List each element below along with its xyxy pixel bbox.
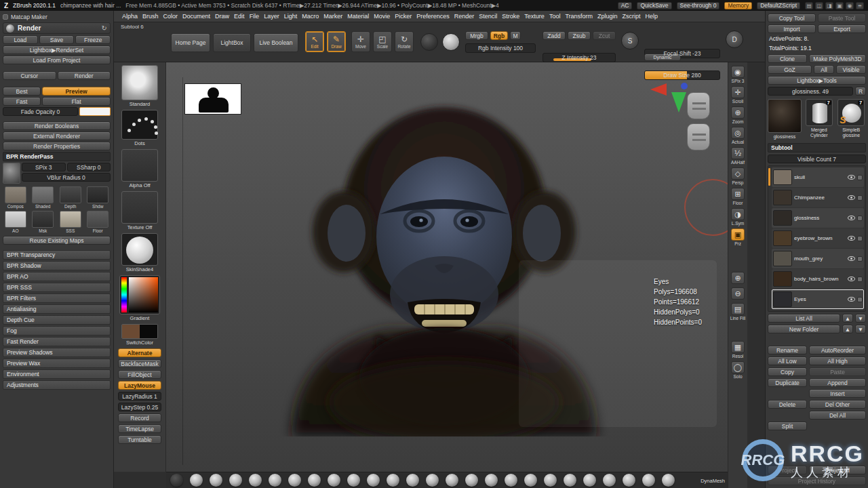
material-thumb-icon[interactable] [210,474,222,487]
color-swatches[interactable] [121,324,158,339]
bpr-renderpass-header[interactable]: BPR RenderPass [3,152,111,161]
menu-item[interactable]: Help [646,13,658,20]
split-view-icon[interactable]: ◫ [815,2,823,9]
current-material-thumbnail[interactable] [121,233,158,266]
goz-all-button[interactable]: All [814,65,834,74]
flat-render-button[interactable]: Flat [42,97,111,106]
make-polymesh3d-button[interactable]: Make PolyMesh3D [809,54,866,63]
render-section-header[interactable]: Fog [3,326,111,336]
edit-mode-button[interactable]: ↖ Edit [305,31,324,52]
canvas-viewport[interactable]: EyesPolys=196608Points=196612HiddenPolys… [166,62,728,472]
visibility-eye-icon[interactable] [848,297,855,302]
visible-count-slider[interactable]: Visible Count 7 [768,155,866,163]
texture-picker-icon[interactable] [420,33,438,51]
ssharp-slider[interactable]: SSharp 0 [67,163,111,171]
material-thumb-icon[interactable] [328,474,340,487]
menu-item[interactable]: Preferences [416,13,450,20]
menu-item[interactable]: Macro [302,13,319,20]
head-preview-icon[interactable] [687,92,710,119]
render-section-header[interactable]: Environment [3,369,111,379]
spix-slider[interactable]: SPix 3 [22,163,66,171]
r-button[interactable]: R [855,87,866,96]
bpr-pass-thumbnail[interactable]: Msk [31,211,56,233]
material-thumb-icon[interactable] [269,474,281,487]
switch-color[interactable]: SwitchColor [121,324,158,347]
material-thumb-icon[interactable] [249,474,262,487]
menu-item[interactable]: Zscript [623,13,641,20]
subtool-row[interactable]: Eyes [772,289,864,309]
bpr-pass-thumbnail[interactable]: Shdw [85,186,111,209]
menu-item[interactable]: Document [182,13,210,20]
bpr-pass-thumbnail[interactable]: AO [3,211,28,233]
menu-item[interactable]: Marker [323,13,342,20]
render-section-header[interactable]: Preview Shadows [3,348,111,357]
copy-tool-button[interactable]: Copy Tool [768,14,816,22]
menu-item[interactable]: Alpha [122,13,138,20]
copy-subtool-button[interactable]: Copy [768,367,807,376]
material-thumb-icon[interactable] [170,474,183,487]
view-strip-item[interactable]: ½ AAHalf [729,147,747,165]
save-button[interactable]: Save [39,35,75,44]
visibility-eye-icon[interactable] [848,277,855,281]
menu-item[interactable]: Material [347,13,369,20]
view-strip-item[interactable]: ▦ Resol [729,341,747,359]
menu-item[interactable]: Edit [234,13,245,20]
menu-icon[interactable]: ≡ [856,2,864,9]
duplicate-button[interactable]: Duplicate [768,378,807,387]
menu-item[interactable]: Draw [215,13,229,20]
render-section-header[interactable]: BPR Transparency [3,250,111,260]
view-strip-item[interactable]: ◉ SPix 3 [729,66,747,83]
material-thumb-icon[interactable] [347,474,360,487]
goz-visible-button[interactable]: Visible [836,65,866,74]
timelapse-button[interactable]: TimeLapse [118,424,161,433]
material-thumb-icon[interactable] [485,474,498,487]
split-button[interactable]: Split [768,422,807,430]
reuse-existing-maps-button[interactable]: Reuse Existing Maps [3,236,111,245]
render-section-header[interactable]: Fast Render [3,337,111,346]
lightbox-button[interactable]: LightBox [213,33,251,52]
lightbox-renderset-button[interactable]: Lightbox▶RenderSet [3,45,111,54]
clone-button[interactable]: Clone [768,54,807,63]
load-button[interactable]: Load [3,35,38,44]
material-thumb-icon[interactable] [603,474,616,487]
material-thumb-icon[interactable] [446,474,458,487]
menu-item[interactable]: Layer [264,13,279,20]
brush-selector[interactable]: Standard [121,65,158,108]
see-through-slider[interactable]: See-through 0 [677,2,720,9]
secondary-color-swatch[interactable] [140,325,157,338]
render-section-header[interactable]: BPR Shadow [3,261,111,270]
append-button[interactable]: Append [809,378,866,387]
subtool-row[interactable]: mouth_grey [772,249,864,268]
menu-item[interactable]: Color [163,13,178,20]
material-thumb-icon[interactable] [465,474,478,487]
view-strip-item[interactable]: ◎ Actual [729,127,747,144]
render-palette-header[interactable]: Render ↻ [3,22,111,34]
ac-button[interactable]: AC [618,2,633,9]
menu-item[interactable]: Tool [549,13,561,20]
autoreorder-button[interactable]: AutoReorder [809,346,866,354]
menu-item[interactable]: Render [454,13,475,20]
all-low-button[interactable]: All Low [768,357,807,365]
external-renderer-button[interactable]: External Renderer [3,131,111,140]
render-properties-button[interactable]: Render Properties [3,142,111,150]
subtool-row[interactable]: glossiness [772,208,864,228]
menu-item[interactable]: Texture [524,13,545,20]
polypaint-icon[interactable] [857,277,863,282]
menu-item[interactable]: Light [284,13,298,20]
memory-button[interactable]: Memory [724,2,752,9]
material-thumb-icon[interactable] [564,474,576,487]
project-all-button[interactable]: ProjectAll [809,466,866,474]
polypaint-icon[interactable] [857,297,863,302]
view-strip-item[interactable]: ◯ Solo [729,361,747,379]
current-texture-thumbnail[interactable] [121,191,158,224]
view-strip-item[interactable]: ✛ Scroll [729,86,747,104]
lazy-radius-slider[interactable]: LazyRadius 1 [118,392,161,401]
render-section-header[interactable]: BPR SSS [3,283,111,292]
main-color-swatch[interactable] [122,325,140,338]
menu-item[interactable]: Brush [142,13,159,20]
view-strip-item[interactable]: ▣ Prz [729,228,747,246]
menu-item[interactable]: Stencil [479,13,497,20]
subtool-row[interactable]: eyebrow_brown [772,228,864,248]
bpr-pass-thumbnail[interactable]: SSS [58,211,83,233]
visibility-eye-icon[interactable] [848,236,855,241]
